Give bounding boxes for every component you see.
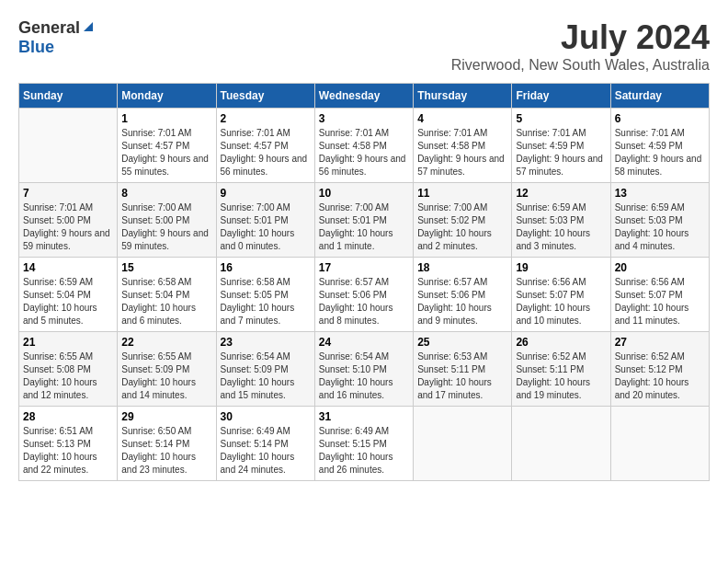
day-info: Sunrise: 7:01 AMSunset: 5:00 PMDaylight:… — [23, 201, 113, 253]
day-number: 29 — [121, 410, 211, 423]
day-info: Sunrise: 7:01 AMSunset: 4:58 PMDaylight:… — [417, 127, 507, 178]
calendar-day-cell: 7Sunrise: 7:01 AMSunset: 5:00 PMDaylight… — [19, 183, 118, 258]
calendar-week-row: 14Sunrise: 6:59 AMSunset: 5:04 PMDayligh… — [19, 258, 710, 332]
calendar-day-cell: 23Sunrise: 6:54 AMSunset: 5:09 PMDayligh… — [216, 332, 314, 407]
day-info: Sunrise: 7:01 AMSunset: 4:58 PMDaylight:… — [319, 127, 409, 178]
calendar-day-cell: 25Sunrise: 6:53 AMSunset: 5:11 PMDayligh… — [414, 332, 512, 407]
day-number: 27 — [615, 336, 705, 349]
day-info: Sunrise: 6:49 AMSunset: 5:15 PMDaylight:… — [319, 425, 409, 477]
day-number: 31 — [319, 410, 409, 423]
day-number: 26 — [516, 336, 606, 349]
day-number: 5 — [516, 112, 606, 125]
day-number: 4 — [417, 112, 507, 125]
weekday-header: Monday — [118, 84, 216, 109]
calendar-day-cell: 3Sunrise: 7:01 AMSunset: 4:58 PMDaylight… — [314, 109, 413, 183]
day-info: Sunrise: 6:58 AMSunset: 5:04 PMDaylight:… — [121, 276, 211, 327]
weekday-header: Friday — [512, 84, 610, 109]
day-info: Sunrise: 6:55 AMSunset: 5:09 PMDaylight:… — [121, 350, 211, 402]
day-info: Sunrise: 6:58 AMSunset: 5:05 PMDaylight:… — [221, 276, 311, 327]
day-info: Sunrise: 6:55 AMSunset: 5:08 PMDaylight:… — [23, 350, 113, 402]
day-number: 23 — [221, 336, 311, 349]
day-number: 2 — [221, 112, 311, 125]
calendar-day-cell: 11Sunrise: 7:00 AMSunset: 5:02 PMDayligh… — [414, 183, 512, 258]
day-info: Sunrise: 6:57 AMSunset: 5:06 PMDaylight:… — [319, 276, 409, 327]
day-info: Sunrise: 6:54 AMSunset: 5:10 PMDaylight:… — [319, 350, 409, 402]
day-number: 21 — [23, 336, 113, 349]
day-number: 14 — [23, 261, 113, 274]
calendar-day-cell: 22Sunrise: 6:55 AMSunset: 5:09 PMDayligh… — [118, 332, 216, 407]
calendar-week-row: 1Sunrise: 7:01 AMSunset: 4:57 PMDaylight… — [19, 109, 710, 183]
day-info: Sunrise: 6:52 AMSunset: 5:11 PMDaylight:… — [516, 350, 606, 402]
calendar-day-cell: 27Sunrise: 6:52 AMSunset: 5:12 PMDayligh… — [610, 332, 709, 407]
day-number: 18 — [417, 261, 507, 274]
day-info: Sunrise: 6:49 AMSunset: 5:14 PMDaylight:… — [221, 425, 311, 477]
day-info: Sunrise: 6:59 AMSunset: 5:04 PMDaylight:… — [23, 276, 113, 327]
day-number: 22 — [121, 336, 211, 349]
day-info: Sunrise: 6:50 AMSunset: 5:14 PMDaylight:… — [121, 425, 211, 477]
calendar-week-row: 21Sunrise: 6:55 AMSunset: 5:08 PMDayligh… — [19, 332, 710, 407]
calendar-day-cell — [19, 109, 118, 183]
day-info: Sunrise: 6:53 AMSunset: 5:11 PMDaylight:… — [417, 350, 507, 402]
day-number: 6 — [615, 112, 705, 125]
day-info: Sunrise: 6:54 AMSunset: 5:09 PMDaylight:… — [221, 350, 311, 402]
calendar-day-cell: 30Sunrise: 6:49 AMSunset: 5:14 PMDayligh… — [216, 407, 314, 481]
day-info: Sunrise: 6:51 AMSunset: 5:13 PMDaylight:… — [23, 425, 113, 477]
calendar-day-cell: 20Sunrise: 6:56 AMSunset: 5:07 PMDayligh… — [610, 258, 709, 332]
calendar-day-cell: 21Sunrise: 6:55 AMSunset: 5:08 PMDayligh… — [19, 332, 118, 407]
logo: General Blue — [18, 18, 95, 57]
calendar-table: SundayMondayTuesdayWednesdayThursdayFrid… — [18, 83, 710, 481]
calendar-day-cell: 24Sunrise: 6:54 AMSunset: 5:10 PMDayligh… — [314, 332, 413, 407]
calendar-day-cell: 10Sunrise: 7:00 AMSunset: 5:01 PMDayligh… — [314, 183, 413, 258]
calendar-header-row: SundayMondayTuesdayWednesdayThursdayFrid… — [19, 84, 710, 109]
day-number: 9 — [221, 187, 311, 200]
day-info: Sunrise: 6:56 AMSunset: 5:07 PMDaylight:… — [615, 276, 705, 327]
calendar-day-cell: 29Sunrise: 6:50 AMSunset: 5:14 PMDayligh… — [118, 407, 216, 481]
calendar-day-cell — [610, 407, 709, 481]
calendar-week-row: 7Sunrise: 7:01 AMSunset: 5:00 PMDaylight… — [19, 183, 710, 258]
calendar-day-cell: 5Sunrise: 7:01 AMSunset: 4:59 PMDaylight… — [512, 109, 610, 183]
day-info: Sunrise: 7:00 AMSunset: 5:00 PMDaylight:… — [121, 201, 211, 253]
day-number: 28 — [23, 410, 113, 423]
calendar-day-cell: 19Sunrise: 6:56 AMSunset: 5:07 PMDayligh… — [512, 258, 610, 332]
calendar-day-cell: 9Sunrise: 7:00 AMSunset: 5:01 PMDaylight… — [216, 183, 314, 258]
day-number: 11 — [417, 187, 507, 200]
calendar-day-cell: 26Sunrise: 6:52 AMSunset: 5:11 PMDayligh… — [512, 332, 610, 407]
day-info: Sunrise: 6:59 AMSunset: 5:03 PMDaylight:… — [615, 201, 705, 253]
calendar-day-cell: 4Sunrise: 7:01 AMSunset: 4:58 PMDaylight… — [414, 109, 512, 183]
day-info: Sunrise: 7:00 AMSunset: 5:02 PMDaylight:… — [417, 201, 507, 253]
calendar-day-cell — [414, 407, 512, 481]
weekday-header: Tuesday — [216, 84, 314, 109]
day-number: 17 — [319, 261, 409, 274]
calendar-week-row: 28Sunrise: 6:51 AMSunset: 5:13 PMDayligh… — [19, 407, 710, 481]
day-number: 7 — [23, 187, 113, 200]
month-title: July 2024 — [451, 18, 710, 57]
day-info: Sunrise: 7:01 AMSunset: 4:57 PMDaylight:… — [221, 127, 311, 178]
calendar-day-cell: 28Sunrise: 6:51 AMSunset: 5:13 PMDayligh… — [19, 407, 118, 481]
day-number: 3 — [319, 112, 409, 125]
day-number: 20 — [615, 261, 705, 274]
day-info: Sunrise: 7:01 AMSunset: 4:59 PMDaylight:… — [516, 127, 606, 178]
calendar-day-cell: 14Sunrise: 6:59 AMSunset: 5:04 PMDayligh… — [19, 258, 118, 332]
calendar-day-cell: 13Sunrise: 6:59 AMSunset: 5:03 PMDayligh… — [610, 183, 709, 258]
logo-general-text: General — [18, 18, 80, 38]
day-number: 1 — [121, 112, 211, 125]
day-number: 13 — [615, 187, 705, 200]
day-info: Sunrise: 7:01 AMSunset: 4:57 PMDaylight:… — [121, 127, 211, 178]
logo-arrow-icon — [82, 20, 95, 37]
calendar-day-cell: 18Sunrise: 6:57 AMSunset: 5:06 PMDayligh… — [414, 258, 512, 332]
weekday-header: Sunday — [19, 84, 118, 109]
weekday-header: Thursday — [414, 84, 512, 109]
day-info: Sunrise: 6:59 AMSunset: 5:03 PMDaylight:… — [516, 201, 606, 253]
day-number: 10 — [319, 187, 409, 200]
logo-blue-text: Blue — [18, 38, 54, 56]
calendar-day-cell: 15Sunrise: 6:58 AMSunset: 5:04 PMDayligh… — [118, 258, 216, 332]
day-info: Sunrise: 6:56 AMSunset: 5:07 PMDaylight:… — [516, 276, 606, 327]
weekday-header: Saturday — [610, 84, 709, 109]
day-info: Sunrise: 7:01 AMSunset: 4:59 PMDaylight:… — [615, 127, 705, 178]
calendar-day-cell: 12Sunrise: 6:59 AMSunset: 5:03 PMDayligh… — [512, 183, 610, 258]
day-number: 24 — [319, 336, 409, 349]
day-number: 16 — [221, 261, 311, 274]
day-number: 30 — [221, 410, 311, 423]
calendar-day-cell: 1Sunrise: 7:01 AMSunset: 4:57 PMDaylight… — [118, 109, 216, 183]
calendar-day-cell: 8Sunrise: 7:00 AMSunset: 5:00 PMDaylight… — [118, 183, 216, 258]
